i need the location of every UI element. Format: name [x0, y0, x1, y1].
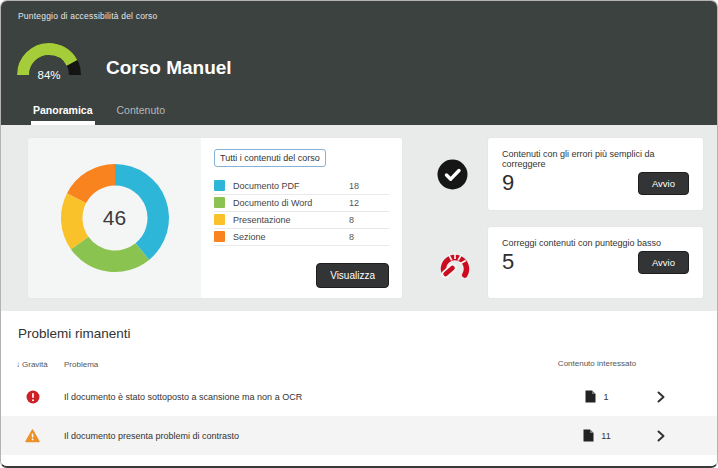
chevron-right-icon[interactable] [657, 391, 665, 403]
easy-fixes-body: Contenuti con gli errori più semplici da… [488, 138, 703, 210]
issue-description: Il documento presenta problemi di contra… [64, 416, 557, 455]
donut-chart-zone: 46 [28, 138, 201, 298]
document-icon [583, 429, 594, 442]
easy-fixes-card: Contenuti con gli errori più semplici da… [429, 138, 703, 210]
accessibility-score-gauge: 84% [16, 34, 82, 82]
low-score-icon-zone [429, 227, 488, 298]
presentation-color-swatch-icon [214, 214, 225, 225]
section-color-swatch-icon [214, 231, 225, 242]
low-score-label: Correggi contenuti con punteggio basso [502, 238, 689, 248]
accessibility-score-value: 84% [16, 69, 82, 81]
page-title: Corso Manuel [106, 57, 232, 79]
pdf-color-swatch-icon [214, 180, 225, 191]
low-score-avvio-button[interactable]: Avvio [638, 251, 689, 274]
word-color-swatch-icon [214, 197, 225, 208]
header-tabs: Panoramica Contenuto [31, 104, 187, 125]
accessibility-score-label: Punteggio di accessibilità del corso [18, 11, 158, 21]
course-content-card: 46 Tutti i contenuti del corso Documento… [28, 138, 402, 298]
sort-descending-icon: ↓ [16, 360, 20, 369]
check-circle-icon [437, 159, 468, 190]
donut-total-label: 46 [28, 206, 201, 230]
easy-fixes-count: 9 [502, 170, 514, 196]
column-header-content[interactable]: Contenuto interessato [557, 358, 637, 369]
legend-item-presentation: Presentazione 8 [214, 212, 389, 229]
issue-row-contrast[interactable]: Il documento presenta problemi di contra… [1, 416, 717, 455]
tab-panoramica[interactable]: Panoramica [31, 104, 95, 125]
issue-row-ocr[interactable]: Il documento è stato sottoposto a scansi… [1, 377, 717, 416]
easy-fixes-label: Contenuti con gli errori più semplici da… [502, 149, 689, 169]
easy-fixes-icon-zone [429, 138, 488, 210]
course-header: Punteggio di accessibilità del corso 84%… [1, 1, 717, 125]
ally-course-report-window: Punteggio di accessibilità del corso 84%… [0, 0, 718, 468]
low-score-count: 5 [502, 249, 514, 275]
low-score-card: Correggi contenuti con punteggio basso 5… [429, 227, 703, 298]
affected-content-count: 1 [603, 392, 608, 402]
legend-item-word: Documento di Word 12 [214, 195, 389, 212]
overview-section: 46 Tutti i contenuti del corso Documento… [1, 125, 717, 311]
legend-item-section: Sezione 8 [214, 229, 389, 246]
legend-item-pdf: Documento PDF 18 [214, 178, 389, 195]
chevron-right-icon[interactable] [657, 430, 665, 442]
column-header-severity[interactable]: ↓Gravità [1, 360, 64, 369]
issues-table-header: ↓Gravità Problema Contenuto interessato [1, 341, 717, 377]
issues-heading: Problemi rimanenti [18, 326, 717, 341]
low-score-body: Correggi contenuti con punteggio basso 5… [488, 227, 703, 298]
low-score-gauge-icon [437, 248, 473, 278]
column-header-problem[interactable]: Problema [64, 360, 557, 369]
affected-content-count: 11 [601, 431, 610, 441]
action-cards-column: Contenuti con gli errori più semplici da… [429, 138, 703, 298]
visualizza-button[interactable]: Visualizza [316, 263, 389, 288]
remaining-issues-section: Problemi rimanenti ↓Gravità Problema Con… [1, 311, 717, 466]
issue-description: Il documento è stato sottoposto a scansi… [64, 377, 557, 416]
easy-fixes-avvio-button[interactable]: Avvio [638, 172, 689, 195]
warning-severity-icon [25, 429, 40, 443]
content-filter-dropdown[interactable]: Tutti i contenuti del corso [214, 149, 326, 167]
donut-legend-zone: Tutti i contenuti del corso Documento PD… [201, 138, 402, 298]
donut-legend: Documento PDF 18 Documento di Word 12 Pr… [214, 178, 389, 246]
error-severity-icon [26, 390, 40, 404]
document-icon [585, 390, 596, 403]
tab-contenuto[interactable]: Contenuto [115, 104, 167, 125]
